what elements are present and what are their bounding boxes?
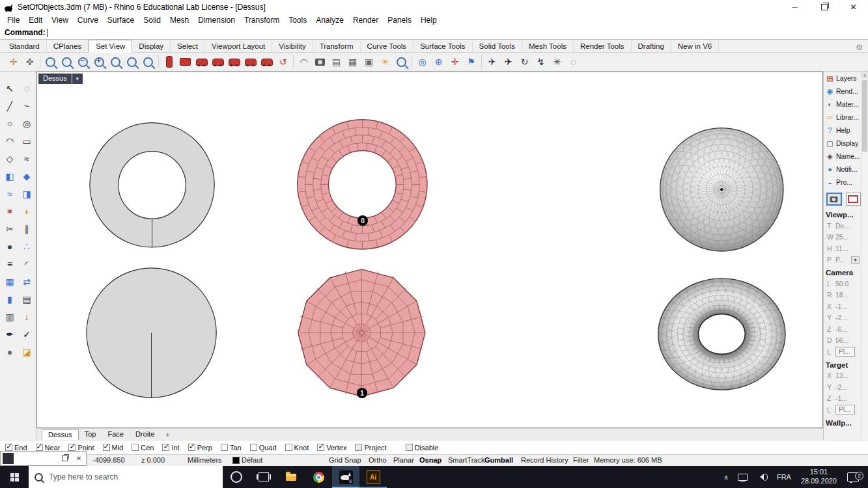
coordinate-z[interactable]: z 0.000 — [141, 456, 165, 464]
property-value[interactable]: 25... — [835, 233, 848, 241]
panel-item-pro[interactable]: ◒Pro... — [824, 176, 861, 189]
tab-cplanes[interactable]: CPlanes — [47, 40, 89, 52]
osnap-vertex[interactable]: Vertex — [317, 444, 346, 452]
checkbox-mid[interactable] — [103, 444, 110, 451]
toolbar-flag-icon[interactable]: ⚑ — [463, 54, 479, 70]
tab-curve-tools[interactable]: Curve Tools — [361, 40, 414, 52]
viewport-tab-dessus[interactable]: Dessus — [42, 429, 79, 440]
viewport-title[interactable]: Dessus — [38, 74, 83, 84]
shaded-view-button[interactable] — [826, 193, 842, 206]
palette-freeform-curve-icon[interactable]: ≈ — [18, 150, 35, 167]
record-history-pane[interactable]: Record History — [521, 456, 568, 464]
property-row[interactable]: Z-6... — [824, 323, 861, 335]
palette-array-icon[interactable]: ▦ — [1, 273, 18, 290]
viewport-title-chevron-down-icon[interactable] — [72, 74, 83, 84]
palette-offset-curve-icon[interactable]: ≡ — [1, 255, 18, 273]
palette-sweep-icon[interactable]: ✶ — [1, 202, 18, 220]
property-row[interactable]: LPl... — [824, 346, 861, 358]
torus-object[interactable] — [658, 278, 785, 390]
property-value[interactable]: 13... — [835, 372, 848, 379]
property-row[interactable]: D56... — [824, 335, 861, 347]
osnap-point[interactable]: Point — [68, 444, 94, 452]
rhino-taskbar-button[interactable]: 6 — [332, 466, 359, 488]
tab-drafting[interactable]: Drafting — [632, 40, 671, 52]
checkbox-point[interactable] — [68, 444, 76, 451]
property-row[interactable]: LPl... — [824, 404, 861, 416]
property-value[interactable]: -2... — [835, 314, 847, 321]
checkbox-int[interactable] — [162, 444, 169, 451]
osnap-near[interactable]: Near — [36, 444, 61, 452]
menu-dimension[interactable]: Dimension — [193, 16, 240, 25]
toolbar-fly-view-alt-icon[interactable]: ✈ — [500, 54, 516, 70]
property-value[interactable]: -6... — [835, 325, 847, 333]
toolbar-target-view-icon[interactable]: ◎ — [414, 54, 430, 70]
tab-transform[interactable]: Transform — [313, 40, 361, 52]
palette-polyline-icon[interactable]: ╱ — [1, 97, 18, 115]
panel-scrollbar[interactable]: ∧ — [861, 72, 868, 440]
meshed-annulus-object[interactable] — [298, 120, 427, 249]
toolbar-place-target-icon[interactable]: ✛ — [447, 54, 463, 70]
toolbar-print-preview-icon[interactable]: ▣ — [361, 54, 377, 70]
taskbar-search[interactable] — [29, 466, 223, 488]
osnap-mid[interactable]: Mid — [103, 444, 124, 452]
palette-annotate-pen-icon[interactable]: ✒ — [1, 325, 18, 343]
palette-ellipse-icon[interactable]: ◎ — [18, 115, 35, 132]
property-row[interactable]: X-1... — [824, 301, 861, 312]
restore-button[interactable] — [809, 0, 839, 14]
palette-circle-icon[interactable]: ○ — [1, 115, 18, 132]
palette-surface-corner-points-icon[interactable]: ◆ — [18, 167, 35, 185]
tab-surface-tools[interactable]: Surface Tools — [413, 40, 472, 52]
property-value[interactable]: 56... — [835, 336, 848, 344]
toolbar-zoom-window-icon[interactable] — [59, 54, 75, 70]
panel-item-display[interactable]: ▢Display — [824, 137, 861, 150]
toolbar-viewport-layout-icon[interactable]: ▦ — [344, 54, 361, 70]
palette-fillet-corner-icon[interactable]: ◜ — [18, 255, 35, 273]
mini-floating-window[interactable] — [0, 451, 87, 466]
scroll-thumb[interactable] — [862, 80, 867, 152]
checkbox-vertex[interactable] — [317, 444, 324, 451]
checkbox-perp[interactable] — [188, 444, 195, 451]
property-row[interactable]: TDe... — [824, 220, 861, 232]
palette-arc-icon[interactable]: ◠ — [1, 132, 18, 150]
gray-annulus-object[interactable] — [90, 123, 214, 247]
tab-visibility[interactable]: Visibility — [272, 40, 313, 52]
property-value[interactable]: 18... — [835, 291, 848, 299]
menu-mesh[interactable]: Mesh — [165, 16, 193, 25]
toolbar-walkabout-icon[interactable]: ↯ — [533, 54, 549, 70]
palette-boolean-union-icon[interactable]: ● — [1, 237, 18, 255]
osnap-int[interactable]: Int — [162, 444, 179, 452]
osnap-knot[interactable]: Knot — [285, 444, 309, 452]
scroll-up-arrow-icon[interactable]: ∧ — [861, 72, 868, 79]
checkbox-disable[interactable] — [406, 444, 413, 451]
property-value[interactable]: -2... — [835, 383, 847, 391]
checkbox-tan[interactable] — [221, 444, 228, 451]
toolbar-orbit-dots-icon[interactable]: ◌ — [565, 54, 581, 70]
action-center-button[interactable]: 2 — [842, 472, 868, 482]
palette-loft-icon[interactable]: ≈ — [1, 185, 18, 202]
panel-item-rend[interactable]: ◉Rend... — [824, 85, 861, 98]
panel-item-librar[interactable]: ▱Librar... — [824, 111, 861, 124]
property-row[interactable]: X13... — [824, 370, 861, 382]
menu-surface[interactable]: Surface — [103, 16, 139, 25]
checkbox-near[interactable] — [36, 444, 43, 451]
grid-snap-pane[interactable]: Grid Snap — [329, 456, 361, 464]
property-value[interactable]: -1... — [835, 394, 847, 402]
units[interactable]: Millimeters — [188, 456, 222, 464]
checkbox-project[interactable] — [355, 444, 362, 451]
osnap-quad[interactable]: Quad — [250, 444, 277, 452]
toolbar-set-view-camera-icon[interactable] — [177, 54, 193, 70]
menu-solid[interactable]: Solid — [139, 16, 165, 25]
menu-view[interactable]: View — [47, 16, 73, 25]
toolbar-crosshair-icon[interactable]: ⊕ — [430, 54, 447, 70]
palette-extrude-icon[interactable]: ◨ — [18, 185, 35, 202]
panel-item-help[interactable]: ?Help — [824, 124, 861, 137]
gumball-pane[interactable]: Gumball — [484, 456, 513, 464]
checkbox-cen[interactable] — [132, 444, 139, 451]
property-row[interactable]: Y-2... — [824, 312, 861, 324]
palette-select-arrow-icon[interactable]: ↖ — [1, 79, 18, 97]
illustrator-taskbar-button[interactable]: Ai — [359, 466, 387, 488]
panel-item-layers[interactable]: ▤Layers — [824, 72, 861, 85]
dropdown-chevron-icon[interactable] — [851, 256, 860, 264]
cortana-taskbar-button[interactable] — [223, 466, 250, 488]
viewport-dessus[interactable]: Dessus 0 1 — [36, 72, 823, 428]
